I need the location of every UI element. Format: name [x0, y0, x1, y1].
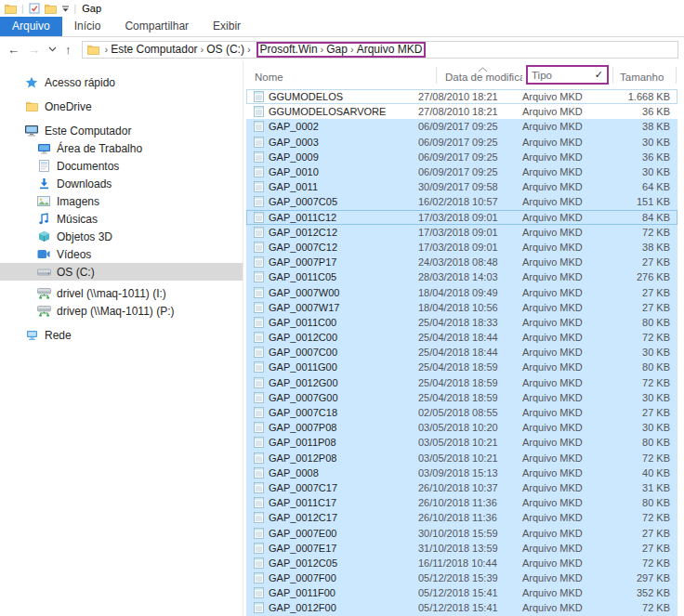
file-row[interactable]: GAP_0012C1726/10/2018 11:36Arquivo MKD72… [246, 510, 677, 525]
customize-toolbar-menu-icon[interactable] [61, 5, 70, 13]
column-header-tipo[interactable]: Tipo [532, 70, 552, 81]
back-button[interactable]: ← [7, 44, 20, 56]
file-row[interactable]: GAP_0011C0528/03/2018 14:03Arquivo MKD27… [246, 269, 677, 284]
file-size: 30 KB [642, 137, 670, 148]
file-name: GGUMODELOS [269, 91, 343, 102]
file-page-icon [254, 377, 264, 388]
file-row[interactable]: GAP_000906/09/2017 09:25Arquivo MKD36 KB [246, 150, 677, 164]
file-row[interactable]: GAP_0007C0025/04/2018 18:44Arquivo MKD30… [246, 345, 677, 360]
file-row[interactable]: GAP_0011G0025/04/2018 18:59Arquivo MKD80… [246, 360, 677, 374]
sidebar-spacer [0, 91, 243, 98]
file-row[interactable]: GAP_0007E1731/10/2018 13:59Arquivo MKD27… [246, 541, 677, 556]
file-name: GAP_0007C05 [269, 196, 337, 207]
file-row[interactable]: GAP_0012G0025/04/2018 18:59Arquivo MKD72… [246, 375, 677, 390]
file-row[interactable]: GAP_0007E0030/10/2018 15:59Arquivo MKD27… [246, 525, 677, 540]
sidebar-item-drivel-maq-1011-i[interactable]: drivel (\\maq-1011) (I:) [0, 284, 243, 302]
forward-button[interactable]: → [28, 44, 40, 56]
file-row[interactable]: GAP_0011C1726/10/2018 11:36Arquivo MKD80… [246, 495, 677, 510]
tab-inicio[interactable]: Início [62, 17, 113, 36]
file-page-icon [254, 572, 264, 583]
sidebar-spacer [0, 115, 243, 122]
sidebar-item-acesso-rapido[interactable]: Acesso rápido [0, 73, 243, 91]
file-row[interactable]: GAP_0012F0005/12/2018 15:41Arquivo MKD72… [246, 600, 677, 615]
file-row[interactable]: GAP_0011F0005/12/2018 15:41Arquivo MKD35… [246, 585, 677, 600]
file-row[interactable]: GAP_000206/09/2017 09:25Arquivo MKD38 KB [246, 119, 677, 134]
file-date-modified: 26/10/2018 11:36 [418, 512, 497, 523]
file-row[interactable]: GAP_0007C0516/02/2018 10:57Arquivo MKD15… [246, 194, 677, 209]
sidebar-item-imagens[interactable]: Imagens [0, 192, 243, 210]
properties-icon[interactable] [29, 3, 40, 14]
address-folder-icon [87, 45, 99, 55]
file-size: 30 KB [642, 392, 670, 403]
file-row[interactable]: GAP_0007F0005/12/2018 15:39Arquivo MKD29… [246, 570, 677, 585]
file-row[interactable]: GAP_0007C1802/05/2018 08:55Arquivo MKD27… [246, 405, 677, 420]
up-button[interactable]: ↑ [65, 44, 72, 56]
file-row[interactable]: GAP_001006/09/2017 09:25Arquivo MKD30 KB [246, 164, 677, 179]
file-row[interactable]: GAP_0011C1217/03/2018 09:01Arquivo MKD84… [246, 210, 677, 225]
file-type: Arquivo MKD [522, 572, 583, 583]
file-name: GAP_0002 [269, 121, 319, 132]
file-row[interactable]: GAP_0012C0025/04/2018 18:44Arquivo MKD72… [246, 330, 677, 345]
file-date-modified: 16/11/2018 10:44 [418, 557, 497, 569]
file-type: Arquivo MKD [522, 557, 583, 569]
file-row[interactable]: GAP_0007W0018/04/2018 09:49Arquivo MKD27… [246, 284, 677, 299]
recent-locations-chevron-icon[interactable] [48, 46, 57, 52]
breadcrumb-separator-icon: › [102, 44, 112, 55]
sidebar-item-drivep-maq-1011-p[interactable]: drivep (\\Maq-1011) (P:) [0, 302, 243, 320]
file-row[interactable]: GAP_0012C0516/11/2018 10:44Arquivo MKD72… [246, 556, 677, 570]
tab-compartilhar[interactable]: Compartilhar [112, 17, 201, 36]
file-explorer-window: | | Gap ArquivoInícioCompartilharExibir … [0, 0, 684, 616]
file-row[interactable]: GAP_0012P0803/05/2018 10:21Arquivo MKD72… [246, 451, 677, 465]
sidebar-item-downloads[interactable]: Downloads [0, 175, 243, 192]
file-type: Arquivo MKD [522, 106, 583, 117]
file-name: GAP_0007C18 [269, 407, 337, 418]
breadcrumb-segment-gap[interactable]: Gap [326, 43, 348, 56]
tab-exibir[interactable]: Exibir [201, 17, 253, 36]
sidebar-item-os-c[interactable]: OS (C:) [0, 263, 243, 281]
sidebar-item-musicas[interactable]: Músicas [0, 210, 243, 228]
sidebar-item-este-computador[interactable]: Este Computador [0, 122, 243, 139]
sidebar-item-objetos-3d[interactable]: Objetos 3D [0, 228, 243, 245]
file-row[interactable]: GGUMODELOSARVORE27/08/2010 18:21Arquivo … [246, 104, 677, 119]
file-row[interactable]: GAP_0007P1724/03/2018 08:48Arquivo MKD27… [246, 255, 677, 269]
file-row[interactable]: GAP_000803/09/2018 15:13Arquivo MKD40 KB [246, 465, 677, 480]
file-name: GAP_0007C17 [269, 482, 337, 493]
file-row[interactable]: GAP_0007W1718/04/2018 10:56Arquivo MKD27… [246, 300, 677, 315]
file-page-icon [254, 302, 264, 313]
file-row[interactable]: GAP_0007P0803/05/2018 10:20Arquivo MKD30… [246, 420, 677, 435]
file-size: 36 KB [642, 106, 670, 117]
tab-arquivo[interactable]: Arquivo [0, 17, 62, 36]
column-header-nome[interactable]: Nome [255, 72, 283, 83]
breadcrumb-segment-arquivo-mkd[interactable]: Arquivo MKD [357, 43, 423, 56]
file-type: Arquivo MKD [522, 587, 583, 598]
sidebar-item-documentos[interactable]: Documentos [0, 157, 243, 175]
file-row[interactable]: GAP_0007C1217/03/2018 09:01Arquivo MKD38… [246, 240, 677, 255]
file-size: 276 KB [637, 271, 670, 282]
file-row[interactable]: GAP_0007G0025/04/2018 18:59Arquivo MKD30… [246, 390, 677, 405]
column-header-data-de-modificacao[interactable]: Data de modificaç... [445, 72, 522, 83]
file-date-modified: 05/12/2018 15:39 [418, 572, 498, 583]
file-row[interactable]: GAP_0011C0025/04/2018 18:33Arquivo MKD80… [246, 315, 677, 330]
file-row[interactable]: GAP_0011P0803/05/2018 10:21Arquivo MKD80… [246, 435, 677, 450]
file-row[interactable]: GAP_0007C1726/10/2018 10:37Arquivo MKD31… [246, 480, 677, 495]
sidebar-item-videos[interactable]: Vídeos [0, 245, 243, 263]
sidebar-item-rede[interactable]: Rede [0, 326, 243, 344]
file-type: Arquivo MKD [522, 361, 583, 373]
file-page-icon [254, 242, 264, 253]
breadcrumb-segment-prosoft-win[interactable]: Prosoft.Win [260, 43, 318, 56]
file-size: 72 KB [642, 332, 670, 343]
file-page-icon [254, 407, 264, 418]
file-page-icon [254, 602, 264, 613]
file-row[interactable]: GGUMODELOS27/08/2010 18:21Arquivo MKD1.6… [246, 89, 677, 104]
sidebar-item-onedrive[interactable]: OneDrive [0, 98, 243, 115]
column-header-tamanho[interactable]: Tamanho [620, 72, 664, 83]
file-row[interactable]: GAP_001130/09/2017 09:58Arquivo MKD64 KB [246, 179, 677, 194]
breadcrumb-segment-este-computador[interactable]: Este Computador [111, 43, 197, 56]
breadcrumb-segment-os-c[interactable]: OS (C:) [206, 43, 244, 56]
file-row[interactable]: GAP_0012C1217/03/2018 09:01Arquivo MKD72… [246, 225, 677, 240]
address-bar[interactable]: ›Este Computador›OS (C:)› Prosoft.Win›Ga… [82, 41, 679, 59]
sidebar-item-area-de-trabalho[interactable]: Área de Trabalho [0, 139, 243, 157]
new-folder-icon[interactable] [45, 4, 57, 14]
filter-check-icon[interactable]: ✓ [595, 69, 603, 81]
file-row[interactable]: GAP_000306/09/2017 09:25Arquivo MKD30 KB [246, 135, 677, 150]
